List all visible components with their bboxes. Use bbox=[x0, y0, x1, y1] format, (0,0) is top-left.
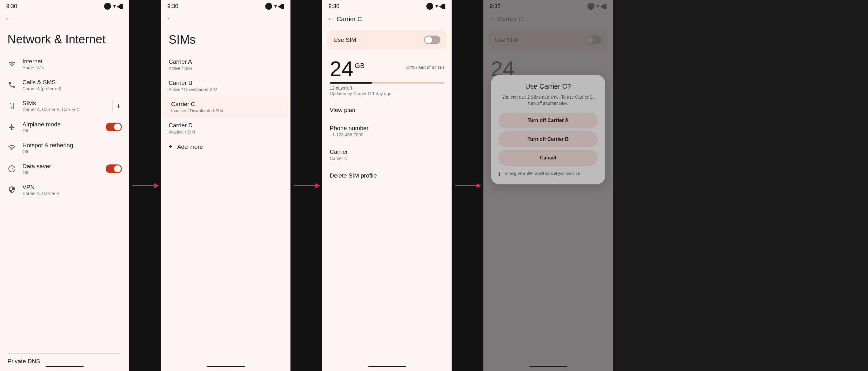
data-days-left: 12 days left bbox=[330, 85, 444, 90]
hotspot-icon bbox=[7, 144, 16, 152]
turn-off-carrier-a-btn[interactable]: Turn off Carrier A bbox=[498, 113, 598, 128]
data-updated: Updated by Carrier C 1 day ago bbox=[330, 91, 444, 96]
info-icon: ℹ bbox=[498, 171, 500, 177]
data-unit: GB bbox=[355, 62, 365, 70]
carrier-label: Carrier bbox=[330, 148, 444, 155]
menu-internet[interactable]: Internet Home_Wifi bbox=[0, 54, 129, 75]
turn-off-carrier-b-btn[interactable]: Turn off Carrier B bbox=[498, 131, 598, 147]
add-more-item[interactable]: + Add more bbox=[161, 139, 290, 155]
internet-text: Internet Home_Wifi bbox=[23, 58, 122, 70]
screen-2: 9:30 ▼◀█ ← SIMs Carrier A Active / SIM C… bbox=[161, 0, 290, 371]
sims-page-title: SIMs bbox=[161, 27, 290, 54]
phone-number-sub: +1-123-456-7890 bbox=[330, 132, 444, 137]
carrier-d-item[interactable]: Carrier D Inactive / SIM bbox=[161, 118, 290, 139]
datasaver-toggle[interactable] bbox=[106, 165, 122, 173]
data-bar-fill bbox=[330, 82, 372, 84]
carrier-a-name: Carrier A bbox=[168, 58, 283, 65]
status-bar-2: 9:30 ▼◀█ bbox=[161, 0, 290, 11]
hotspot-text: Hotspot & tethering Off bbox=[23, 142, 122, 154]
airplane-text: Airplane mode Off bbox=[23, 121, 99, 133]
screen-1: 9:30 ▼◀█ ← Network & Internet Internet H… bbox=[0, 0, 129, 371]
cancel-btn[interactable]: Cancel bbox=[498, 150, 598, 166]
phone-number-label: Phone number bbox=[330, 125, 444, 132]
add-more-label: Add more bbox=[177, 144, 203, 150]
home-indicator-3 bbox=[368, 366, 406, 367]
use-sim-thumb bbox=[425, 36, 432, 44]
data-bar-bg bbox=[330, 82, 444, 84]
airplane-icon bbox=[7, 123, 16, 131]
back-row-2: ← bbox=[161, 11, 290, 27]
menu-hotspot[interactable]: Hotspot & tethering Off bbox=[0, 138, 129, 159]
carrier-item[interactable]: Carrier Carrier C bbox=[322, 143, 452, 167]
svg-marker-6 bbox=[476, 183, 481, 188]
status-icons-1: ▼◀█ bbox=[104, 3, 123, 10]
carrier-c-item[interactable]: Carrier C Inactive / Downloaded SIM bbox=[164, 96, 288, 118]
view-plan-item[interactable]: View plan bbox=[322, 101, 452, 119]
airplane-toggle[interactable] bbox=[106, 123, 122, 131]
home-indicator-1 bbox=[46, 366, 84, 367]
use-sim-toggle[interactable] bbox=[424, 35, 440, 44]
menu-sims[interactable]: SIMs Carrier A, Carrier B, Carrier C + bbox=[0, 95, 129, 117]
back-arrow-2[interactable]: ← bbox=[166, 15, 173, 23]
carrier-b-name: Carrier B bbox=[168, 80, 283, 86]
camera-dot-1 bbox=[104, 3, 111, 10]
internet-sub: Home_Wifi bbox=[23, 65, 122, 70]
vpn-label: VPN bbox=[23, 184, 122, 191]
dialog-info-text: Turning off a SIM won't cancel your serv… bbox=[503, 171, 580, 176]
signal-icons-2: ▼◀█ bbox=[273, 4, 284, 9]
signal-icons-1: ▼◀█ bbox=[112, 4, 123, 9]
datasaver-sub: Off bbox=[23, 170, 99, 175]
arrow-1 bbox=[131, 179, 159, 192]
status-bar-3: 9:30 ▼◀█ bbox=[322, 0, 452, 11]
back-arrow-1[interactable]: ← bbox=[5, 15, 12, 23]
hotspot-label: Hotspot & tethering bbox=[23, 142, 122, 149]
vpn-text: VPN Carrier A, Carrier B bbox=[23, 184, 122, 196]
menu-calls-sms[interactable]: Calls & SMS Carrier A (preferred) bbox=[0, 75, 129, 95]
carrier-c-name: Carrier C bbox=[171, 101, 280, 108]
airplane-sub: Off bbox=[23, 128, 99, 133]
airplane-toggle-thumb bbox=[114, 123, 121, 131]
menu-vpn[interactable]: VPN Carrier A, Carrier B bbox=[0, 179, 129, 200]
sims-add-btn[interactable]: + bbox=[115, 101, 122, 112]
wifi-icon bbox=[7, 60, 16, 68]
carrier-b-item[interactable]: Carrier B Active / Downloaded SIM bbox=[161, 75, 290, 96]
arrow-2 bbox=[292, 179, 320, 192]
svg-marker-2 bbox=[154, 183, 159, 188]
delete-sim-item[interactable]: Delete SIM profile bbox=[322, 167, 452, 185]
home-indicator-2 bbox=[207, 366, 245, 367]
connector-3 bbox=[452, 0, 483, 371]
sims-text: SIMs Carrier A, Carrier B, Carrier C bbox=[23, 100, 103, 112]
back-arrow-3[interactable]: ← bbox=[327, 15, 334, 23]
dialog-title: Use Carrier C? bbox=[498, 82, 598, 90]
camera-dot-3 bbox=[426, 3, 433, 10]
status-icons-3: ▼◀█ bbox=[426, 3, 445, 10]
screen-3: 9:30 ▼◀█ ← Carrier C Use SIM 24 GB 37% u… bbox=[322, 0, 452, 371]
carrier-a-item[interactable]: Carrier A Active / SIM bbox=[161, 54, 290, 75]
delete-sim-label: Delete SIM profile bbox=[330, 172, 444, 179]
carrier-d-status: Inactive / SIM bbox=[168, 130, 283, 135]
carrier-sub: Carrier C bbox=[330, 156, 444, 161]
calls-label: Calls & SMS bbox=[23, 79, 122, 86]
menu-airplane[interactable]: Airplane mode Off bbox=[0, 117, 129, 138]
data-row: 24 GB 37% used of 64 GB bbox=[330, 58, 444, 79]
calls-text: Calls & SMS Carrier A (preferred) bbox=[23, 79, 122, 91]
home-indicator-4 bbox=[529, 366, 567, 367]
datasaver-text: Data saver Off bbox=[23, 163, 99, 175]
use-sim-label: Use SIM bbox=[334, 36, 356, 44]
time-2: 9:30 bbox=[167, 3, 178, 10]
data-number: 24 bbox=[330, 57, 353, 81]
airplane-label: Airplane mode bbox=[23, 121, 99, 128]
carrier-c-page-title: Carrier C bbox=[337, 16, 362, 23]
carrier-b-status: Active / Downloaded SIM bbox=[168, 87, 283, 92]
vpn-icon bbox=[7, 186, 16, 194]
use-sim-row[interactable]: Use SIM bbox=[327, 31, 446, 49]
hotspot-sub: Off bbox=[23, 149, 122, 154]
phone-number-item[interactable]: Phone number +1-123-456-7890 bbox=[322, 119, 452, 143]
internet-label: Internet bbox=[23, 58, 122, 65]
time-3: 9:30 bbox=[329, 3, 339, 10]
data-bar bbox=[330, 82, 444, 84]
sim-icon bbox=[7, 102, 16, 111]
menu-datasaver[interactable]: Data saver Off bbox=[0, 159, 129, 179]
connector-1 bbox=[129, 0, 160, 371]
view-plan-label: View plan bbox=[330, 107, 444, 114]
